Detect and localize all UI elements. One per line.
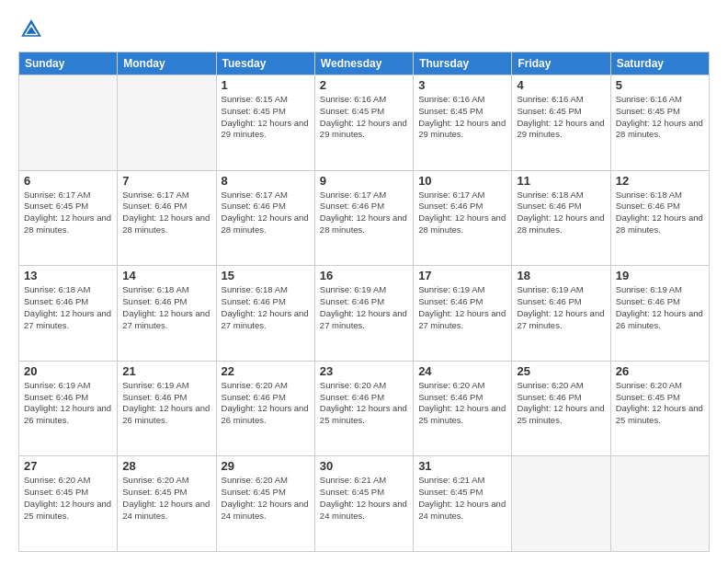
day-detail: Sunrise: 6:20 AMSunset: 6:46 PMDaylight:… [418,380,506,427]
day-header-monday: Monday [118,52,216,75]
day-cell: 2Sunrise: 6:16 AMSunset: 6:45 PMDaylight… [314,75,413,171]
week-row-3: 13Sunrise: 6:18 AMSunset: 6:46 PMDayligh… [19,266,710,362]
day-cell: 17Sunrise: 6:19 AMSunset: 6:46 PMDayligh… [414,266,512,362]
day-header-friday: Friday [512,52,610,75]
day-number: 26 [616,364,704,378]
day-number: 25 [517,364,605,378]
day-number: 5 [616,78,704,92]
days-header-row: SundayMondayTuesdayWednesdayThursdayFrid… [19,52,710,75]
day-detail: Sunrise: 6:18 AMSunset: 6:46 PMDaylight:… [222,284,310,331]
day-detail: Sunrise: 6:20 AMSunset: 6:46 PMDaylight:… [320,380,408,427]
day-number: 21 [122,364,210,378]
day-number: 14 [122,269,210,282]
day-number: 15 [222,269,310,282]
day-detail: Sunrise: 6:17 AMSunset: 6:46 PMDaylight:… [418,190,506,236]
day-cell: 1Sunrise: 6:15 AMSunset: 6:45 PMDaylight… [216,75,314,171]
day-detail: Sunrise: 6:19 AMSunset: 6:46 PMDaylight:… [418,284,506,331]
day-cell [19,75,118,171]
day-number: 18 [517,269,605,282]
day-cell: 9Sunrise: 6:17 AMSunset: 6:46 PMDaylight… [314,170,413,266]
logo [18,17,48,42]
day-header-tuesday: Tuesday [216,52,314,75]
logo-icon [18,17,44,42]
day-detail: Sunrise: 6:20 AMSunset: 6:46 PMDaylight:… [517,380,605,427]
day-number: 1 [222,78,310,92]
day-cell: 6Sunrise: 6:17 AMSunset: 6:45 PMDaylight… [19,170,118,266]
day-cell: 24Sunrise: 6:20 AMSunset: 6:46 PMDayligh… [414,361,512,456]
day-detail: Sunrise: 6:20 AMSunset: 6:45 PMDaylight:… [222,475,310,522]
day-number: 2 [320,78,408,92]
day-number: 28 [122,459,210,473]
day-number: 3 [418,78,506,92]
day-cell: 5Sunrise: 6:16 AMSunset: 6:45 PMDaylight… [610,75,709,171]
day-header-sunday: Sunday [19,52,118,75]
day-detail: Sunrise: 6:20 AMSunset: 6:45 PMDaylight:… [122,475,210,522]
day-cell: 22Sunrise: 6:20 AMSunset: 6:46 PMDayligh… [216,361,314,456]
day-detail: Sunrise: 6:21 AMSunset: 6:45 PMDaylight:… [418,475,506,522]
day-number: 9 [320,174,408,188]
day-cell: 30Sunrise: 6:21 AMSunset: 6:45 PMDayligh… [314,456,413,552]
day-detail: Sunrise: 6:16 AMSunset: 6:45 PMDaylight:… [418,94,506,141]
day-cell [118,75,216,171]
day-detail: Sunrise: 6:18 AMSunset: 6:46 PMDaylight:… [122,284,210,331]
day-header-wednesday: Wednesday [314,52,413,75]
day-cell: 4Sunrise: 6:16 AMSunset: 6:45 PMDaylight… [512,75,610,171]
day-cell: 20Sunrise: 6:19 AMSunset: 6:46 PMDayligh… [19,361,118,456]
day-number: 20 [24,364,112,378]
day-detail: Sunrise: 6:16 AMSunset: 6:45 PMDaylight:… [616,94,704,141]
day-number: 10 [418,174,506,188]
day-number: 22 [222,364,310,378]
day-cell [512,456,610,552]
week-row-5: 27Sunrise: 6:20 AMSunset: 6:45 PMDayligh… [19,456,710,552]
day-cell: 8Sunrise: 6:17 AMSunset: 6:46 PMDaylight… [216,170,314,266]
day-detail: Sunrise: 6:17 AMSunset: 6:46 PMDaylight:… [222,190,310,236]
day-number: 29 [222,459,310,473]
day-number: 23 [320,364,408,378]
day-cell: 31Sunrise: 6:21 AMSunset: 6:45 PMDayligh… [414,456,512,552]
day-number: 19 [616,269,704,282]
day-cell: 13Sunrise: 6:18 AMSunset: 6:46 PMDayligh… [19,266,118,362]
day-detail: Sunrise: 6:18 AMSunset: 6:46 PMDaylight:… [616,190,704,236]
day-cell: 25Sunrise: 6:20 AMSunset: 6:46 PMDayligh… [512,361,610,456]
day-number: 13 [24,269,112,282]
day-detail: Sunrise: 6:16 AMSunset: 6:45 PMDaylight:… [320,94,408,141]
day-cell: 27Sunrise: 6:20 AMSunset: 6:45 PMDayligh… [19,456,118,552]
day-detail: Sunrise: 6:18 AMSunset: 6:46 PMDaylight:… [24,284,112,331]
day-cell: 29Sunrise: 6:20 AMSunset: 6:45 PMDayligh… [216,456,314,552]
day-cell: 14Sunrise: 6:18 AMSunset: 6:46 PMDayligh… [118,266,216,362]
day-number: 31 [418,459,506,473]
day-detail: Sunrise: 6:19 AMSunset: 6:46 PMDaylight:… [320,284,408,331]
day-number: 11 [517,174,605,188]
day-detail: Sunrise: 6:18 AMSunset: 6:46 PMDaylight:… [517,190,605,236]
day-number: 30 [320,459,408,473]
calendar-page: SundayMondayTuesdayWednesdayThursdayFrid… [0,0,728,563]
day-detail: Sunrise: 6:17 AMSunset: 6:45 PMDaylight:… [24,190,112,236]
day-number: 7 [122,174,210,188]
day-detail: Sunrise: 6:16 AMSunset: 6:45 PMDaylight:… [517,94,605,141]
day-detail: Sunrise: 6:17 AMSunset: 6:46 PMDaylight:… [122,190,210,236]
day-header-thursday: Thursday [414,52,512,75]
day-cell: 26Sunrise: 6:20 AMSunset: 6:45 PMDayligh… [610,361,709,456]
day-detail: Sunrise: 6:21 AMSunset: 6:45 PMDaylight:… [320,475,408,522]
day-number: 12 [616,174,704,188]
day-cell: 3Sunrise: 6:16 AMSunset: 6:45 PMDaylight… [414,75,512,171]
day-cell: 19Sunrise: 6:19 AMSunset: 6:46 PMDayligh… [610,266,709,362]
week-row-1: 1Sunrise: 6:15 AMSunset: 6:45 PMDaylight… [19,75,710,171]
day-number: 8 [222,174,310,188]
day-number: 24 [418,364,506,378]
day-detail: Sunrise: 6:20 AMSunset: 6:45 PMDaylight:… [24,475,112,522]
day-cell: 10Sunrise: 6:17 AMSunset: 6:46 PMDayligh… [414,170,512,266]
day-cell: 15Sunrise: 6:18 AMSunset: 6:46 PMDayligh… [216,266,314,362]
day-number: 17 [418,269,506,282]
calendar-table: SundayMondayTuesdayWednesdayThursdayFrid… [18,52,710,552]
day-cell: 28Sunrise: 6:20 AMSunset: 6:45 PMDayligh… [118,456,216,552]
week-row-4: 20Sunrise: 6:19 AMSunset: 6:46 PMDayligh… [19,361,710,456]
day-number: 27 [24,459,112,473]
day-cell: 11Sunrise: 6:18 AMSunset: 6:46 PMDayligh… [512,170,610,266]
calendar-body: 1Sunrise: 6:15 AMSunset: 6:45 PMDaylight… [19,75,710,552]
day-cell: 18Sunrise: 6:19 AMSunset: 6:46 PMDayligh… [512,266,610,362]
day-cell: 12Sunrise: 6:18 AMSunset: 6:46 PMDayligh… [610,170,709,266]
header [18,17,710,42]
day-detail: Sunrise: 6:20 AMSunset: 6:45 PMDaylight:… [616,380,704,427]
day-detail: Sunrise: 6:17 AMSunset: 6:46 PMDaylight:… [320,190,408,236]
